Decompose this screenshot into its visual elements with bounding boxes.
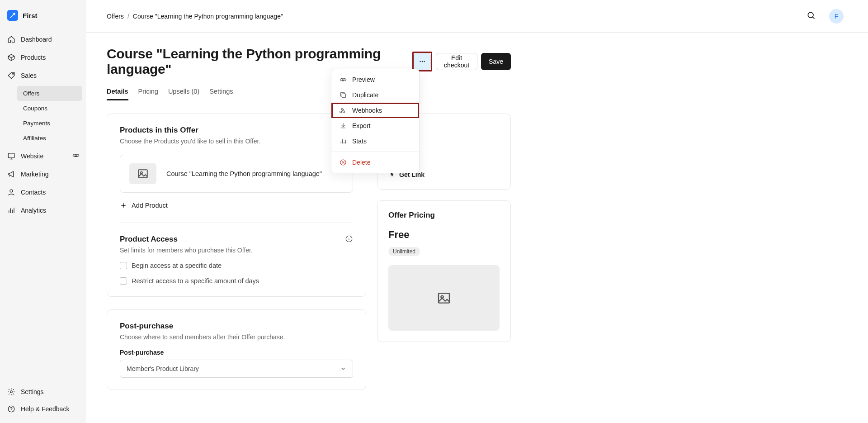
product-name: Course "Learning the Python programming … <box>166 170 322 177</box>
svg-point-8 <box>422 61 423 62</box>
pricing-title: Offer Pricing <box>388 211 500 220</box>
megaphone-icon <box>7 170 15 178</box>
sales-subnav: Offers Coupons Payments Affiliates <box>12 86 82 146</box>
sidebar-item-sales[interactable]: Sales <box>4 67 82 84</box>
home-icon <box>7 35 15 43</box>
nav-label: Website <box>21 152 43 160</box>
svg-point-3 <box>10 190 13 192</box>
subnav-payments[interactable]: Payments <box>17 116 82 131</box>
checkbox-restrict-days[interactable] <box>120 277 127 285</box>
more-actions-button[interactable] <box>414 53 431 70</box>
svg-point-7 <box>420 61 420 62</box>
sidebar-item-analytics[interactable]: Analytics <box>4 202 82 219</box>
more-actions-dropdown: Preview Duplicate Webhooks Export <box>331 69 420 173</box>
product-thumb <box>129 163 156 184</box>
delete-icon <box>340 159 347 166</box>
image-icon <box>137 168 149 180</box>
dropdown-webhooks[interactable]: Webhooks <box>331 103 419 118</box>
breadcrumb-root[interactable]: Offers <box>107 13 124 20</box>
post-title: Post-purchase <box>120 322 353 331</box>
subnav-affiliates[interactable]: Affiliates <box>17 131 82 146</box>
nav-label: Sales <box>21 72 37 79</box>
sidebar-item-settings[interactable]: Settings <box>4 383 82 400</box>
svg-rect-13 <box>138 170 147 177</box>
dropdown-preview[interactable]: Preview <box>331 72 419 87</box>
post-purchase-select[interactable]: Member's Product Library <box>120 360 353 378</box>
dropdown-delete[interactable]: Delete <box>331 155 419 170</box>
copy-icon <box>340 91 347 99</box>
topbar: Offers / Course "Learning the Python pro… <box>86 0 868 33</box>
breadcrumb: Offers / Course "Learning the Python pro… <box>107 13 283 20</box>
main-nav: Dashboard Products Sales Offers Coupons … <box>4 31 82 219</box>
pricing-image-placeholder <box>388 265 500 331</box>
dropdown-label: Webhooks <box>352 107 382 114</box>
svg-point-10 <box>342 79 344 81</box>
dropdown-export[interactable]: Export <box>331 118 419 133</box>
tab-settings[interactable]: Settings <box>209 85 233 100</box>
svg-point-6 <box>808 12 813 18</box>
sidebar-item-dashboard[interactable]: Dashboard <box>4 31 82 48</box>
tabs: Details Pricing Upsells (0) Settings <box>107 85 511 101</box>
sidebar-item-contacts[interactable]: Contacts <box>4 184 82 201</box>
svg-point-2 <box>75 155 77 157</box>
help-icon <box>7 405 15 413</box>
dropdown-stats[interactable]: Stats <box>331 133 419 149</box>
subnav-coupons[interactable]: Coupons <box>17 101 82 116</box>
search-button[interactable] <box>807 11 816 22</box>
dropdown-label: Preview <box>352 76 375 83</box>
checkbox-begin-date[interactable] <box>120 262 127 269</box>
nav-label: Contacts <box>21 189 46 196</box>
sidebar-item-marketing[interactable]: Marketing <box>4 166 82 183</box>
post-subtitle: Choose where to send members after their… <box>120 333 353 341</box>
svg-point-4 <box>10 391 13 393</box>
stats-icon <box>340 138 347 145</box>
brand-logo-icon <box>7 10 18 21</box>
svg-rect-11 <box>342 94 345 97</box>
product-row[interactable]: Course "Learning the Python programming … <box>120 155 353 193</box>
search-icon <box>807 11 816 20</box>
svg-rect-16 <box>439 293 449 303</box>
nav-label: Settings <box>21 388 44 395</box>
svg-point-0 <box>13 73 14 74</box>
save-button[interactable]: Save <box>481 53 511 70</box>
tab-pricing[interactable]: Pricing <box>138 85 158 100</box>
products-subtitle: Choose the Products you'd like to sell i… <box>120 138 353 145</box>
nav-label: Marketing <box>21 171 48 178</box>
sidebar-item-help[interactable]: Help & Feedback <box>4 400 82 418</box>
breadcrumb-separator: / <box>127 13 129 20</box>
nav-label: Analytics <box>21 207 46 214</box>
dropdown-label: Export <box>352 122 370 129</box>
plus-icon <box>120 202 127 209</box>
pricing-badge: Unlimited <box>388 247 420 256</box>
eye-icon <box>72 152 80 161</box>
sidebar-item-products[interactable]: Products <box>4 49 82 66</box>
post-purchase-card: Post-purchase Choose where to send membe… <box>107 309 366 390</box>
gear-icon <box>7 388 15 396</box>
select-value: Member's Product Library <box>127 365 199 372</box>
nav-label: Dashboard <box>21 36 52 43</box>
products-title: Products in this Offer <box>120 126 353 135</box>
brand-name: First <box>23 12 38 19</box>
access-title: Product Access <box>120 235 353 244</box>
download-icon <box>340 122 347 129</box>
chevron-down-icon <box>340 366 346 372</box>
edit-checkout-button[interactable]: Edit checkout <box>436 53 477 70</box>
add-product-button[interactable]: Add Product <box>120 202 353 211</box>
brand-header[interactable]: First <box>4 5 82 31</box>
tab-details[interactable]: Details <box>107 85 128 100</box>
page-header: Course "Learning the Python programming … <box>107 46 511 77</box>
pricing-card: Offer Pricing Free Unlimited <box>377 200 511 342</box>
subnav-offers[interactable]: Offers <box>17 86 82 101</box>
info-icon[interactable] <box>345 235 353 245</box>
dropdown-duplicate[interactable]: Duplicate <box>331 87 419 103</box>
tab-upsells[interactable]: Upsells (0) <box>168 85 199 100</box>
box-icon <box>7 53 15 62</box>
dropdown-label: Delete <box>352 159 370 166</box>
sidebar-item-website[interactable]: Website <box>4 147 82 165</box>
svg-rect-1 <box>8 153 14 158</box>
checkbox-label: Restrict access to a specific amount of … <box>132 277 259 285</box>
bar-chart-icon <box>7 206 15 214</box>
tag-icon <box>7 71 15 80</box>
products-card: Products in this Offer Choose the Produc… <box>107 114 366 297</box>
avatar[interactable]: F <box>829 9 844 24</box>
